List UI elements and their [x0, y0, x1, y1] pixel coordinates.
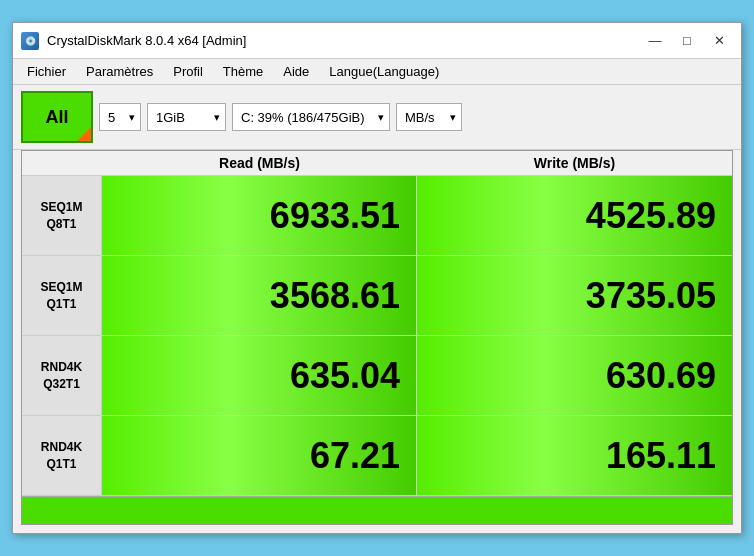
size-select[interactable]: 512MiB 1GiB 2GiB 4GiB 8GiB — [147, 103, 226, 131]
results-table: Read (MB/s) Write (MB/s) SEQ1M Q8T1 6933… — [21, 150, 733, 525]
read-rnd4k-q1t1: 67.21 — [102, 416, 417, 495]
all-button[interactable]: All — [21, 91, 93, 143]
menu-parametres[interactable]: Paramètres — [78, 61, 161, 82]
row-label-seq1m-q8t1: SEQ1M Q8T1 — [22, 176, 102, 255]
title-controls: — □ ✕ — [641, 30, 733, 52]
unit-select-wrap: MB/s GB/s IOPS μs — [396, 103, 462, 131]
read-seq1m-q1t1: 3568.61 — [102, 256, 417, 335]
read-rnd4k-q32t1: 635.04 — [102, 336, 417, 415]
menu-aide[interactable]: Aide — [275, 61, 317, 82]
write-seq1m-q8t1: 4525.89 — [417, 176, 732, 255]
menu-langue[interactable]: Langue(Language) — [321, 61, 447, 82]
drive-select[interactable]: C: 39% (186/475GiB) — [232, 103, 390, 131]
results-area: Read (MB/s) Write (MB/s) SEQ1M Q8T1 6933… — [13, 150, 741, 525]
write-rnd4k-q32t1: 630.69 — [417, 336, 732, 415]
menu-bar: Fichier Paramètres Profil Thème Aide Lan… — [13, 59, 741, 85]
app-icon: 💿 — [21, 32, 39, 50]
minimize-button[interactable]: — — [641, 30, 669, 52]
write-seq1m-q1t1: 3735.05 — [417, 256, 732, 335]
results-header: Read (MB/s) Write (MB/s) — [22, 151, 732, 176]
close-button[interactable]: ✕ — [705, 30, 733, 52]
row-label-rnd4k-q32t1: RND4K Q32T1 — [22, 336, 102, 415]
menu-profil[interactable]: Profil — [165, 61, 211, 82]
title-bar-left: 💿 CrystalDiskMark 8.0.4 x64 [Admin] — [21, 32, 246, 50]
drive-select-wrap: C: 39% (186/475GiB) — [232, 103, 390, 131]
toolbar-dropdowns: 1 3 5 9 512MiB 1GiB 2GiB 4GiB 8GiB C: 39… — [99, 103, 733, 131]
size-select-wrap: 512MiB 1GiB 2GiB 4GiB 8GiB — [147, 103, 226, 131]
read-seq1m-q8t1: 6933.51 — [102, 176, 417, 255]
toolbar: All 1 3 5 9 512MiB 1GiB 2GiB 4GiB 8GiB — [13, 85, 741, 150]
maximize-button[interactable]: □ — [673, 30, 701, 52]
bottom-green-bar — [22, 496, 732, 524]
row-label-seq1m-q1t1: SEQ1M Q1T1 — [22, 256, 102, 335]
table-row: RND4K Q32T1 635.04 630.69 — [22, 336, 732, 416]
menu-theme[interactable]: Thème — [215, 61, 271, 82]
window-title: CrystalDiskMark 8.0.4 x64 [Admin] — [47, 33, 246, 48]
title-bar: 💿 CrystalDiskMark 8.0.4 x64 [Admin] — □ … — [13, 23, 741, 59]
menu-fichier[interactable]: Fichier — [19, 61, 74, 82]
row-label-rnd4k-q1t1: RND4K Q1T1 — [22, 416, 102, 495]
header-read: Read (MB/s) — [102, 155, 417, 171]
table-row: SEQ1M Q8T1 6933.51 4525.89 — [22, 176, 732, 256]
header-write: Write (MB/s) — [417, 155, 732, 171]
passes-select[interactable]: 1 3 5 9 — [99, 103, 141, 131]
unit-select[interactable]: MB/s GB/s IOPS μs — [396, 103, 462, 131]
table-row: RND4K Q1T1 67.21 165.11 — [22, 416, 732, 496]
passes-select-wrap: 1 3 5 9 — [99, 103, 141, 131]
header-label-col — [22, 155, 102, 171]
app-window: 💿 CrystalDiskMark 8.0.4 x64 [Admin] — □ … — [12, 22, 742, 534]
write-rnd4k-q1t1: 165.11 — [417, 416, 732, 495]
table-row: SEQ1M Q1T1 3568.61 3735.05 — [22, 256, 732, 336]
